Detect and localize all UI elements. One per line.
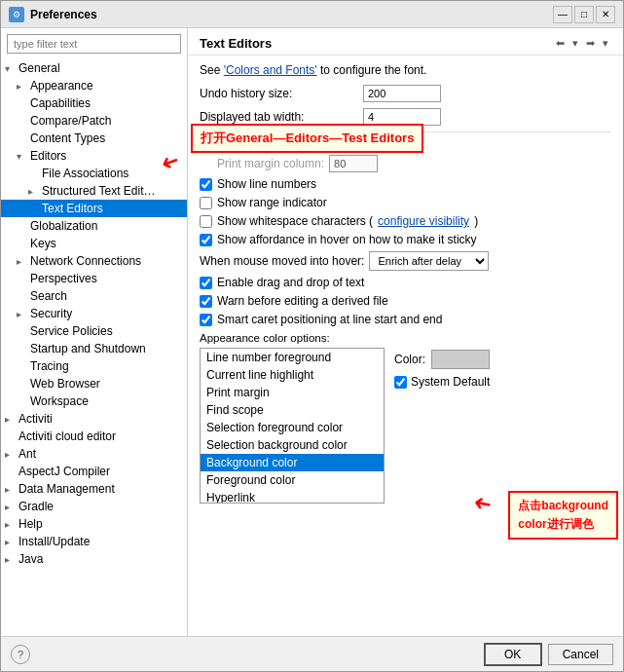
tree-item-workspace[interactable]: Workspace — [1, 392, 187, 410]
expand-icon-search — [17, 291, 30, 302]
filter-input[interactable] — [7, 34, 181, 54]
tree-item-activiti-cloud[interactable]: Activiti cloud editor — [1, 428, 187, 445]
tree-item-editors[interactable]: ▾ Editors — [1, 147, 187, 165]
show-affordance-label: Show affordance in hover on how to make … — [217, 233, 477, 246]
tree-item-compare[interactable]: Compare/Patch — [1, 112, 187, 130]
back-arrow-button[interactable]: ⬅ — [553, 36, 568, 51]
tree-item-service-policies[interactable]: Service Policies — [1, 322, 187, 340]
system-default-checkbox[interactable] — [394, 376, 407, 389]
tree-item-tracing[interactable]: Tracing — [1, 357, 187, 375]
show-affordance-checkbox[interactable] — [200, 234, 212, 246]
tree-item-text-editors[interactable]: Text Editors — [1, 200, 187, 217]
expand-icon-file — [28, 168, 42, 179]
show-whitespace-row: Show whitespace characters ( configure v… — [200, 214, 611, 228]
expand-icon-java: ▸ — [5, 554, 18, 565]
color-item-current-line[interactable]: Current line highlight — [201, 366, 384, 384]
tree-item-globalization[interactable]: Globalization — [1, 217, 187, 235]
color-list-area: Line number foreground Current line high… — [200, 348, 611, 504]
tree-item-install[interactable]: ▸ Install/Update — [1, 533, 187, 550]
warn-before-checkbox[interactable] — [200, 295, 212, 308]
smart-caret-checkbox[interactable] — [200, 314, 212, 326]
undo-history-row: Undo history size: — [200, 85, 611, 102]
tree-item-content-types[interactable]: Content Types — [1, 130, 187, 147]
color-label: Color: — [394, 353, 425, 366]
hover-label: When mouse moved into hover: — [200, 254, 364, 268]
system-default-row: System Default — [394, 375, 490, 389]
enable-drag-checkbox[interactable] — [200, 277, 212, 289]
color-preview-box[interactable] — [431, 350, 490, 369]
tree-item-file-assoc[interactable]: File Associations — [1, 165, 187, 182]
expand-icon-help: ▸ — [5, 519, 18, 530]
tab-input[interactable] — [363, 108, 441, 126]
tree-item-keys[interactable]: Keys — [1, 235, 187, 252]
dropdown-arrow-button[interactable]: ▾ — [569, 36, 581, 51]
tree-item-structured-text[interactable]: ▸ Structured Text Edit… — [1, 182, 187, 200]
window-title: Preferences — [30, 8, 97, 21]
color-item-print-margin[interactable]: Print margin — [201, 384, 384, 401]
color-item-hyperlink[interactable]: Hyperlink — [201, 489, 384, 504]
show-print-checkbox[interactable] — [200, 137, 212, 150]
maximize-button[interactable]: □ — [574, 6, 594, 23]
cancel-button[interactable]: Cancel — [548, 644, 613, 665]
color-item-line-number-fg[interactable]: Line number foreground — [201, 349, 384, 366]
appearance-label: Appearance color options: — [200, 332, 611, 344]
tree-item-java[interactable]: ▸ Java — [1, 550, 187, 568]
color-item-background[interactable]: Background color — [201, 454, 384, 471]
minimize-button[interactable]: — — [553, 6, 572, 23]
show-print-row: Show print margin — [200, 136, 611, 150]
tree-item-ant[interactable]: ▸ Ant — [1, 445, 187, 463]
show-affordance-row: Show affordance in hover on how to make … — [200, 233, 611, 246]
help-button[interactable]: ? — [11, 645, 30, 664]
show-line-numbers-checkbox[interactable] — [200, 178, 212, 191]
tree-item-capabilities[interactable]: Capabilities — [1, 94, 187, 112]
forward-dropdown-button[interactable]: ▾ — [600, 36, 611, 51]
right-panel: Text Editors ⬅ ▾ ➡ ▾ See 'Colors and Fon… — [188, 28, 623, 636]
tree-item-web-browser[interactable]: Web Browser — [1, 375, 187, 392]
expand-icon-data: ▸ — [5, 484, 18, 495]
tree-item-help[interactable]: ▸ Help — [1, 515, 187, 533]
show-range-checkbox[interactable] — [200, 197, 212, 209]
configure-visibility-link[interactable]: configure visibility — [378, 214, 469, 228]
tree-item-security[interactable]: ▸ Security — [1, 305, 187, 322]
show-whitespace-checkbox[interactable] — [200, 215, 212, 228]
expand-icon-compare — [17, 116, 30, 127]
tree-item-activiti[interactable]: ▸ Activiti — [1, 410, 187, 428]
tree-item-network[interactable]: ▸ Network Connections — [1, 252, 187, 270]
ok-button[interactable]: OK — [484, 643, 542, 666]
expand-icon-persp — [17, 274, 30, 284]
tab-label: Displayed tab width: — [200, 110, 355, 124]
color-preview-row: Color: — [394, 350, 490, 369]
color-item-find-scope[interactable]: Find scope — [201, 401, 384, 419]
smart-caret-label: Smart caret positioning at line start an… — [217, 313, 442, 326]
tree-item-gradle[interactable]: ▸ Gradle — [1, 498, 187, 515]
color-item-selection-fg[interactable]: Selection foreground color — [201, 419, 384, 436]
close-button[interactable]: ✕ — [596, 6, 615, 23]
right-header: Text Editors ⬅ ▾ ➡ ▾ — [188, 28, 623, 56]
enable-drag-label: Enable drag and drop of text — [217, 276, 364, 289]
system-default-label: System Default — [411, 375, 490, 389]
warn-before-row: Warn before editing a derived file — [200, 294, 611, 308]
expand-icon-keys — [17, 239, 30, 249]
show-line-numbers-row: Show line numbers — [200, 177, 611, 191]
tree-item-search[interactable]: Search — [1, 287, 187, 305]
print-margin-col-input[interactable] — [329, 155, 378, 172]
nav-arrows: ⬅ ▾ ➡ ▾ — [553, 36, 611, 51]
bottom-bar: ? OK Cancel — [1, 636, 623, 671]
show-range-row: Show range indicator — [200, 196, 611, 209]
tree-item-aspectj[interactable]: AspectJ Compiler — [1, 463, 187, 480]
expand-icon-structured: ▸ — [28, 186, 42, 197]
hover-select[interactable]: Enrich after delay Enrich immediately Ne… — [369, 251, 489, 271]
color-item-foreground[interactable]: Foreground color — [201, 471, 384, 489]
tree-item-data-mgmt[interactable]: ▸ Data Management — [1, 480, 187, 498]
tree-item-startup[interactable]: Startup and Shutdown — [1, 340, 187, 357]
color-right: Color: System Default — [394, 348, 490, 504]
colors-fonts-link[interactable]: 'Colors and Fonts' — [224, 63, 317, 77]
tree-item-appearance[interactable]: ▸ Appearance — [1, 77, 187, 94]
forward-arrow-button[interactable]: ➡ — [583, 36, 598, 51]
color-item-selection-bg[interactable]: Selection background color — [201, 436, 384, 454]
expand-icon-activiti-cloud — [5, 431, 18, 442]
tree-item-perspectives[interactable]: Perspectives — [1, 270, 187, 287]
expand-icon-security: ▸ — [17, 309, 30, 319]
tree-item-general[interactable]: ▾ General — [1, 59, 187, 77]
undo-input[interactable] — [363, 85, 441, 102]
